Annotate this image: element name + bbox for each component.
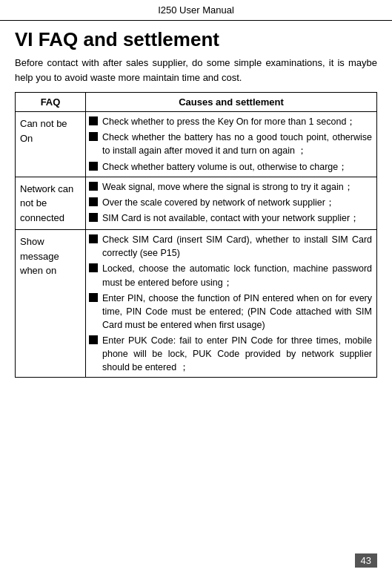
bullet-item: Enter PUK Code: fail to enter PIN Code f… [89, 334, 372, 374]
causes-cell-2: Check SIM Card (insert SIM Card), whethe… [86, 230, 377, 378]
bullet-item: SIM Card is not available, contact with … [89, 211, 372, 225]
bullet-item: Check whether battery volume is out, oth… [89, 160, 372, 174]
bullet-item: Weak signal, move where the signal is st… [89, 180, 372, 194]
bullet-text: Over the scale covered by network of net… [102, 196, 335, 209]
causes-cell-1: Weak signal, move where the signal is st… [86, 177, 377, 230]
content-area: VI FAQ and settlement Before contact wit… [0, 25, 392, 392]
bullet-item: Locked, choose the automatic lock functi… [89, 262, 372, 289]
bullet-text: Weak signal, move where the signal is st… [102, 180, 353, 194]
table-row: Network can not be connectedWeak signal,… [16, 177, 377, 230]
bullet-text: Check whether the battery has no a good … [102, 131, 372, 157]
bullet-item: Check whether to press the Key On for mo… [89, 115, 372, 128]
bullet-item: Enter PIN, choose the function of PIN en… [89, 292, 372, 332]
col-causes-header: Causes and settlement [86, 93, 377, 112]
table-row: Can not be OnCheck whether to press the … [16, 112, 377, 177]
faq-cell-2: Show message when on [16, 230, 86, 378]
bullet-text: Check whether to press the Key On for mo… [102, 115, 356, 128]
page-number: 43 [355, 553, 377, 568]
bullet-item: Check whether the battery has no a good … [89, 131, 372, 157]
bullet-icon [89, 234, 98, 243]
bullet-text: Check SIM Card (insert SIM Card), whethe… [102, 233, 372, 260]
bullet-text: Enter PUK Code: fail to enter PIN Code f… [102, 334, 372, 374]
causes-cell-0: Check whether to press the Key On for mo… [86, 112, 377, 177]
bullet-icon [89, 116, 98, 125]
bullet-icon [89, 335, 98, 344]
bullet-icon [89, 263, 98, 272]
bullet-icon [89, 197, 98, 206]
bullet-item: Over the scale covered by network of net… [89, 196, 372, 209]
faq-cell-1: Network can not be connected [16, 177, 86, 230]
bullet-icon [89, 213, 98, 222]
page-title: VI FAQ and settlement [15, 28, 377, 51]
intro-text: Before contact with after sales supplier… [15, 56, 377, 85]
bullet-icon [89, 162, 98, 171]
bullet-item: Check SIM Card (insert SIM Card), whethe… [89, 233, 372, 260]
bullet-icon [89, 293, 98, 302]
faq-cell-0: Can not be On [16, 112, 86, 177]
bullet-icon [89, 132, 98, 141]
bullet-text: SIM Card is not available, contact with … [102, 211, 359, 225]
bullet-text: Enter PIN, choose the function of PIN en… [102, 292, 372, 332]
table-row: Show message when onCheck SIM Card (inse… [16, 230, 377, 378]
header-title: I250 User Manual [158, 4, 234, 16]
bullet-icon [89, 182, 98, 191]
faq-table: FAQ Causes and settlement Can not be OnC… [15, 92, 377, 378]
col-faq-header: FAQ [16, 93, 86, 112]
bullet-text: Locked, choose the automatic lock functi… [102, 262, 372, 289]
bullet-text: Check whether battery volume is out, oth… [102, 160, 348, 174]
page-header: I250 User Manual [0, 0, 392, 21]
